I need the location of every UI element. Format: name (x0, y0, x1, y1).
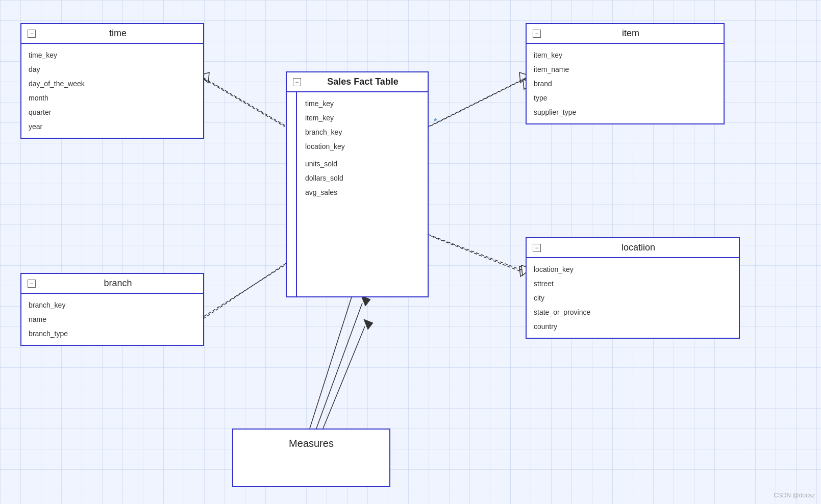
time-table-header: − time (21, 24, 203, 44)
fact-field-time-key: time_key (304, 96, 346, 111)
item-table-body: item_key item_name brand type supplier_t… (527, 44, 724, 123)
field-country: country (533, 319, 733, 334)
fact-collapse-icon[interactable]: − (293, 78, 301, 86)
location-collapse-icon[interactable]: − (533, 244, 541, 252)
field-branch-type: branch_type (28, 326, 197, 341)
location-table: − locatiion location_key sttreet city st… (526, 237, 740, 339)
svg-line-10 (310, 280, 357, 429)
svg-line-0 (204, 79, 285, 127)
time-table-body: time_key day day_of_the_week month quart… (21, 44, 203, 138)
field-quarter: quarter (28, 105, 197, 119)
field-location-key: location_key (533, 262, 733, 276)
diagram-canvas: * * (0, 0, 821, 504)
time-table: − time time_key day day_of_the_week mont… (20, 23, 204, 139)
field-item-name: item_name (533, 62, 717, 77)
field-state-province: state_or_province (533, 305, 733, 319)
fact-table-header: − Sales Fact Table (287, 72, 428, 92)
item-collapse-icon[interactable]: − (533, 30, 541, 38)
svg-marker-14 (361, 296, 370, 306)
location-table-body: location_key sttreet city state_or_provi… (527, 258, 739, 338)
svg-line-17 (429, 78, 527, 127)
sales-fact-table: − Sales Fact Table time_key item_key bra… (286, 71, 429, 297)
svg-line-16 (203, 78, 287, 127)
measures-title: Measures (239, 438, 383, 449)
location-table-header: − locatiion (527, 238, 739, 258)
fact-left-col (287, 92, 297, 296)
measures-table-body: Measures (233, 430, 389, 458)
field-year: year (28, 119, 197, 134)
field-sttreet: sttreet (533, 276, 733, 291)
field-type: type (533, 91, 717, 105)
fact-field-location-key: location_key (304, 139, 346, 154)
item-table-title: item (544, 28, 717, 39)
field-time-key: time_key (28, 48, 197, 62)
branch-table-title: branch (39, 278, 197, 289)
measures-table: Measures (232, 429, 390, 487)
field-day: day (28, 62, 197, 77)
svg-line-11 (316, 303, 362, 429)
branch-table-header: − branch (21, 274, 203, 294)
svg-line-2 (430, 79, 525, 127)
fact-field-avg-sales: avg_sales (304, 185, 346, 199)
fact-fields-col: time_key item_key branch_key location_ke… (297, 92, 353, 296)
field-supplier-type: supplier_type (533, 105, 717, 119)
fact-field-branch-key: branch_key (304, 125, 346, 139)
time-collapse-icon[interactable]: − (28, 30, 36, 38)
svg-line-18 (203, 263, 287, 319)
fact-table-body: time_key item_key branch_key location_ke… (287, 92, 428, 296)
field-name: name (28, 312, 197, 326)
watermark: CSDN @docsz (774, 492, 815, 499)
location-table-title: locatiion (544, 242, 733, 253)
svg-line-12 (323, 326, 365, 429)
svg-marker-15 (364, 319, 373, 330)
svg-text:*: * (434, 117, 437, 126)
field-city: city (533, 291, 733, 305)
svg-line-20 (429, 235, 527, 272)
branch-table: − branch branch_key name branch_type (20, 273, 204, 346)
svg-line-8 (430, 236, 525, 273)
field-brand: brand (533, 77, 717, 91)
fact-field-item-key: item_key (304, 111, 346, 125)
fact-table-title: Sales Fact Table (304, 77, 421, 87)
fact-field-dollars-sold: dollars_sold (304, 171, 346, 185)
item-table-header: − item (527, 24, 724, 44)
time-table-title: time (39, 28, 197, 39)
svg-line-6 (204, 265, 285, 316)
field-item-key: item_key (533, 48, 717, 62)
field-month: month (28, 91, 197, 105)
branch-collapse-icon[interactable]: − (28, 280, 36, 288)
fact-field-units-sold: units_sold (304, 157, 346, 171)
field-day-of-week: day_of_the_week (28, 77, 197, 91)
item-table: − item item_key item_name brand type sup… (526, 23, 725, 124)
field-branch-key: branch_key (28, 298, 197, 312)
branch-table-body: branch_key name branch_type (21, 294, 203, 345)
